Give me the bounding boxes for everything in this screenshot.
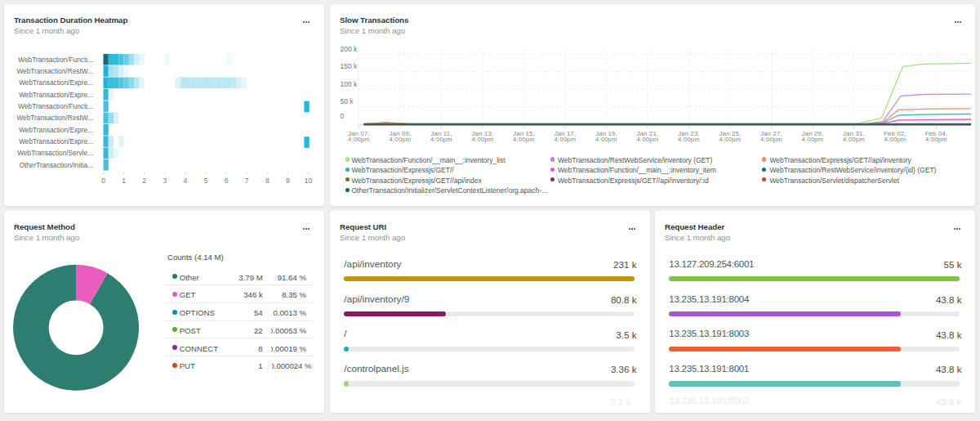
svg-text:2: 2 <box>142 177 146 185</box>
svg-text:OtherTransaction/Initia...: OtherTransaction/Initia... <box>19 161 93 169</box>
svg-text:1: 1 <box>122 177 126 185</box>
svg-text:WebTransaction/Servle...: WebTransaction/Servle... <box>17 149 93 157</box>
svg-text:WebTransaction/RestW...: WebTransaction/RestW... <box>16 114 93 122</box>
svg-text:WebTransaction/Expre...: WebTransaction/Expre... <box>19 137 93 146</box>
svg-text:WebTransaction/RestW...: WebTransaction/RestW... <box>16 67 93 75</box>
svg-text:5: 5 <box>204 177 208 185</box>
svg-text:9: 9 <box>286 177 290 185</box>
svg-text:3: 3 <box>163 177 167 185</box>
svg-text:WebTransaction/Expre...: WebTransaction/Expre... <box>19 91 93 99</box>
svg-text:WebTransaction/Expre...: WebTransaction/Expre... <box>19 126 93 134</box>
svg-text:7: 7 <box>245 177 249 185</box>
svg-text:0: 0 <box>101 177 105 185</box>
svg-text:4: 4 <box>184 177 188 185</box>
svg-text:6: 6 <box>225 177 229 185</box>
svg-text:WebTransaction/Functi...: WebTransaction/Functi... <box>18 102 93 110</box>
svg-text:WebTransaction/Functi...: WebTransaction/Functi... <box>18 56 93 64</box>
svg-text:WebTransaction/Expre...: WebTransaction/Expre... <box>19 78 93 87</box>
svg-text:8: 8 <box>265 177 270 185</box>
svg-text:10: 10 <box>305 177 313 185</box>
